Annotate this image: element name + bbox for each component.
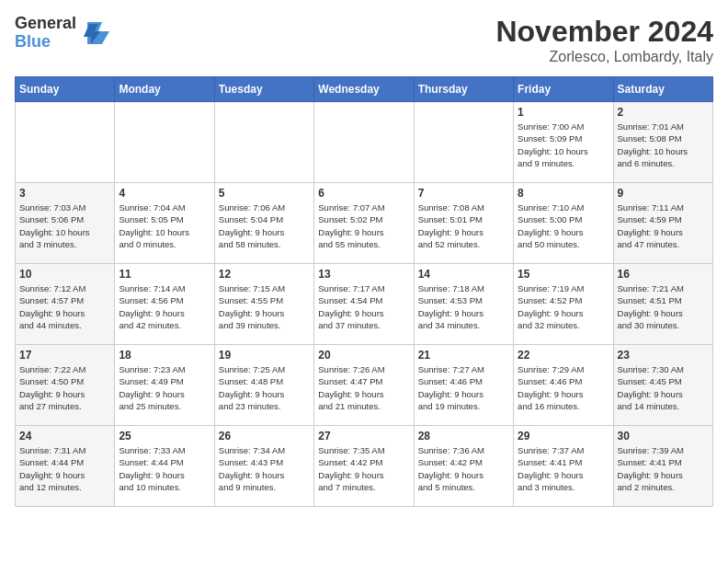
day-info: Sunrise: 7:29 AM Sunset: 4:46 PM Dayligh… xyxy=(518,363,609,412)
day-info: Sunrise: 7:03 AM Sunset: 5:06 PM Dayligh… xyxy=(19,201,110,250)
day-info: Sunrise: 7:17 AM Sunset: 4:54 PM Dayligh… xyxy=(318,282,409,331)
calendar-cell: 15Sunrise: 7:19 AM Sunset: 4:52 PM Dayli… xyxy=(514,264,613,345)
day-info: Sunrise: 7:06 AM Sunset: 5:04 PM Dayligh… xyxy=(219,201,310,250)
calendar-cell: 16Sunrise: 7:21 AM Sunset: 4:51 PM Dayli… xyxy=(613,264,712,345)
calendar-cell: 1Sunrise: 7:00 AM Sunset: 5:09 PM Daylig… xyxy=(514,102,613,183)
calendar-cell: 23Sunrise: 7:30 AM Sunset: 4:45 PM Dayli… xyxy=(613,345,712,426)
day-number: 16 xyxy=(618,268,709,281)
calendar-table: SundayMondayTuesdayWednesdayThursdayFrid… xyxy=(15,76,713,507)
day-number: 29 xyxy=(518,430,609,442)
calendar-cell: 20Sunrise: 7:26 AM Sunset: 4:47 PM Dayli… xyxy=(314,345,414,426)
calendar-cell: 18Sunrise: 7:23 AM Sunset: 4:49 PM Dayli… xyxy=(115,345,214,426)
calendar-cell: 17Sunrise: 7:22 AM Sunset: 4:50 PM Dayli… xyxy=(16,345,115,426)
column-header-monday: Monday xyxy=(115,77,214,102)
calendar-cell: 7Sunrise: 7:08 AM Sunset: 5:01 PM Daylig… xyxy=(414,183,513,264)
day-info: Sunrise: 7:04 AM Sunset: 5:05 PM Dayligh… xyxy=(119,201,210,250)
day-number: 2 xyxy=(618,106,709,119)
day-info: Sunrise: 7:34 AM Sunset: 4:43 PM Dayligh… xyxy=(219,444,310,493)
day-info: Sunrise: 7:01 AM Sunset: 5:08 PM Dayligh… xyxy=(618,121,709,169)
calendar-cell: 10Sunrise: 7:12 AM Sunset: 4:57 PM Dayli… xyxy=(16,264,115,345)
day-info: Sunrise: 7:18 AM Sunset: 4:53 PM Dayligh… xyxy=(418,282,509,331)
calendar-cell: 22Sunrise: 7:29 AM Sunset: 4:46 PM Dayli… xyxy=(514,345,613,426)
calendar-week-4: 17Sunrise: 7:22 AM Sunset: 4:50 PM Dayli… xyxy=(16,345,713,426)
day-info: Sunrise: 7:35 AM Sunset: 4:42 PM Dayligh… xyxy=(318,444,409,493)
calendar-cell: 29Sunrise: 7:37 AM Sunset: 4:41 PM Dayli… xyxy=(514,426,613,507)
day-info: Sunrise: 7:21 AM Sunset: 4:51 PM Dayligh… xyxy=(618,282,709,331)
logo-blue: Blue xyxy=(15,32,51,51)
calendar-cell: 4Sunrise: 7:04 AM Sunset: 5:05 PM Daylig… xyxy=(115,183,214,264)
day-info: Sunrise: 7:25 AM Sunset: 4:48 PM Dayligh… xyxy=(219,363,310,412)
calendar-cell xyxy=(314,102,414,183)
day-info: Sunrise: 7:36 AM Sunset: 4:42 PM Dayligh… xyxy=(418,444,509,493)
calendar-cell: 6Sunrise: 7:07 AM Sunset: 5:02 PM Daylig… xyxy=(314,183,414,264)
day-number: 26 xyxy=(219,430,310,442)
calendar-cell xyxy=(115,102,214,183)
calendar-cell: 12Sunrise: 7:15 AM Sunset: 4:55 PM Dayli… xyxy=(214,264,313,345)
calendar-cell: 8Sunrise: 7:10 AM Sunset: 5:00 PM Daylig… xyxy=(514,183,613,264)
calendar-week-3: 10Sunrise: 7:12 AM Sunset: 4:57 PM Dayli… xyxy=(16,264,713,345)
day-number: 5 xyxy=(219,187,310,200)
day-info: Sunrise: 7:15 AM Sunset: 4:55 PM Dayligh… xyxy=(219,282,310,331)
day-number: 28 xyxy=(418,430,509,442)
calendar-cell: 28Sunrise: 7:36 AM Sunset: 4:42 PM Dayli… xyxy=(414,426,513,507)
day-info: Sunrise: 7:31 AM Sunset: 4:44 PM Dayligh… xyxy=(19,444,110,493)
day-number: 10 xyxy=(19,268,110,281)
day-number: 24 xyxy=(19,430,110,442)
calendar-cell: 26Sunrise: 7:34 AM Sunset: 4:43 PM Dayli… xyxy=(214,426,313,507)
day-number: 3 xyxy=(19,187,110,200)
column-header-wednesday: Wednesday xyxy=(314,77,414,102)
day-number: 11 xyxy=(119,268,210,281)
day-number: 17 xyxy=(19,349,110,362)
day-number: 20 xyxy=(318,349,409,362)
day-number: 13 xyxy=(318,268,409,281)
calendar-week-1: 1Sunrise: 7:00 AM Sunset: 5:09 PM Daylig… xyxy=(16,102,713,183)
day-number: 23 xyxy=(618,349,709,362)
calendar-cell: 19Sunrise: 7:25 AM Sunset: 4:48 PM Dayli… xyxy=(214,345,313,426)
calendar-cell: 2Sunrise: 7:01 AM Sunset: 5:08 PM Daylig… xyxy=(613,102,712,183)
calendar-cell: 25Sunrise: 7:33 AM Sunset: 4:44 PM Dayli… xyxy=(115,426,214,507)
day-info: Sunrise: 7:39 AM Sunset: 4:41 PM Dayligh… xyxy=(618,444,709,493)
location: Zorlesco, Lombardy, Italy xyxy=(495,49,713,65)
day-info: Sunrise: 7:27 AM Sunset: 4:46 PM Dayligh… xyxy=(418,363,509,412)
day-info: Sunrise: 7:08 AM Sunset: 5:01 PM Dayligh… xyxy=(418,201,509,250)
calendar-cell: 5Sunrise: 7:06 AM Sunset: 5:04 PM Daylig… xyxy=(214,183,313,264)
calendar-cell xyxy=(214,102,313,183)
day-info: Sunrise: 7:22 AM Sunset: 4:50 PM Dayligh… xyxy=(19,363,110,412)
title-section: November 2024 Zorlesco, Lombardy, Italy xyxy=(495,15,713,65)
day-number: 7 xyxy=(418,187,509,200)
logo-icon xyxy=(80,18,109,48)
day-number: 27 xyxy=(318,430,409,442)
calendar-week-5: 24Sunrise: 7:31 AM Sunset: 4:44 PM Dayli… xyxy=(16,426,713,507)
column-header-sunday: Sunday xyxy=(16,77,115,102)
calendar-cell: 13Sunrise: 7:17 AM Sunset: 4:54 PM Dayli… xyxy=(314,264,414,345)
calendar-cell xyxy=(414,102,513,183)
page-header: General Blue November 2024 Zorlesco, Lom… xyxy=(15,15,713,65)
calendar-cell: 3Sunrise: 7:03 AM Sunset: 5:06 PM Daylig… xyxy=(16,183,115,264)
calendar-cell: 14Sunrise: 7:18 AM Sunset: 4:53 PM Dayli… xyxy=(414,264,513,345)
day-info: Sunrise: 7:10 AM Sunset: 5:00 PM Dayligh… xyxy=(518,201,609,250)
day-info: Sunrise: 7:11 AM Sunset: 4:59 PM Dayligh… xyxy=(618,201,709,250)
calendar-header-row: SundayMondayTuesdayWednesdayThursdayFrid… xyxy=(16,77,713,102)
day-number: 6 xyxy=(318,187,409,200)
day-info: Sunrise: 7:00 AM Sunset: 5:09 PM Dayligh… xyxy=(518,121,609,169)
calendar-cell xyxy=(16,102,115,183)
day-info: Sunrise: 7:37 AM Sunset: 4:41 PM Dayligh… xyxy=(518,444,609,493)
column-header-saturday: Saturday xyxy=(613,77,712,102)
column-header-tuesday: Tuesday xyxy=(214,77,313,102)
day-info: Sunrise: 7:30 AM Sunset: 4:45 PM Dayligh… xyxy=(618,363,709,412)
day-number: 30 xyxy=(618,430,709,442)
day-number: 19 xyxy=(219,349,310,362)
day-number: 9 xyxy=(618,187,709,200)
calendar-cell: 9Sunrise: 7:11 AM Sunset: 4:59 PM Daylig… xyxy=(613,183,712,264)
day-info: Sunrise: 7:19 AM Sunset: 4:52 PM Dayligh… xyxy=(518,282,609,331)
day-number: 12 xyxy=(219,268,310,281)
column-header-thursday: Thursday xyxy=(414,77,513,102)
calendar-cell: 21Sunrise: 7:27 AM Sunset: 4:46 PM Dayli… xyxy=(414,345,513,426)
day-number: 25 xyxy=(119,430,210,442)
day-number: 21 xyxy=(418,349,509,362)
day-info: Sunrise: 7:14 AM Sunset: 4:56 PM Dayligh… xyxy=(119,282,210,331)
logo-general: General xyxy=(15,14,76,32)
logo: General Blue xyxy=(15,15,109,52)
day-number: 1 xyxy=(518,106,609,119)
day-number: 15 xyxy=(518,268,609,281)
